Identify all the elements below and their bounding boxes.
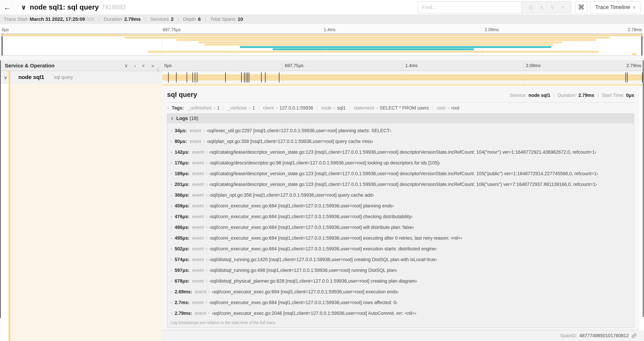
log-marker-tick [249, 72, 249, 83]
log-row[interactable]: ›366μs:event=‹sql/plan_opt.go:358 [nsql1… [168, 190, 634, 200]
column-resizer-handle[interactable]: ∥ [157, 67, 159, 73]
chevron-right-icon: › [170, 193, 172, 198]
span-name-cell[interactable]: ∨ node sql1 sql query [0, 71, 162, 84]
next-result-icon[interactable]: ∨ [550, 4, 554, 10]
log-row[interactable]: ›597μs:event=‹sql/distsql_running.go:498… [168, 265, 634, 276]
span-timeline-cell[interactable] [162, 71, 644, 84]
log-marker-tick [261, 72, 262, 83]
log-row[interactable]: ›678μs:event=‹sql/distsql_physical_plann… [168, 276, 634, 286]
logs-footer-note: Log timestamps are relative to the start… [168, 319, 634, 327]
log-row[interactable]: ›486μs:event=‹sql/conn_executor_exec.go:… [168, 222, 634, 233]
minimap-canvas[interactable] [2, 34, 642, 56]
spanid-label: SpanID: [560, 333, 577, 338]
log-row[interactable]: ›189μs:event=‹sql/catalog/lease/descript… [168, 168, 634, 179]
viewport-right-handle[interactable] [642, 34, 642, 56]
prev-result-icon[interactable]: ∧ [540, 4, 544, 10]
log-marker-tick [225, 72, 226, 83]
log-row[interactable]: ›2.7ms:event=‹sql/conn_executor_exec.go:… [168, 297, 634, 308]
copy-link-icon[interactable] [631, 333, 637, 338]
left-scroll-indicator [0, 60, 1, 318]
chevron-right-icon: › [170, 150, 172, 155]
chevron-right-icon: › [170, 300, 172, 305]
chevron-right-icon: › [170, 139, 172, 144]
tags-row[interactable]: › Tags: _unfinished=1_verbose=1client=12… [167, 103, 634, 112]
collapse-all-icon[interactable]: » [141, 64, 147, 67]
log-row[interactable]: ›80μs:event=‹sql/plan_opt.go:358 [nsql1,… [168, 136, 634, 147]
back-button[interactable]: ← [0, 0, 15, 14]
log-row[interactable]: ›34μs:event=‹sql/exec_util.go:2297 [nsql… [168, 125, 634, 136]
timeline-gridline [282, 61, 282, 71]
span-detail-meta: Service:node sql1|Duration:2.79ms|Start … [510, 93, 634, 98]
log-row[interactable]: ›2.69ms:event=‹sql/conn_executor_exec.go… [168, 286, 634, 297]
span-color-accent [9, 71, 10, 84]
chevron-right-icon: › [170, 214, 172, 219]
tags-label: Tags: [172, 105, 184, 111]
tags-list: _unfinished=1_verbose=1client=127.0.0.1:… [188, 105, 460, 111]
keyboard-shortcuts-button[interactable]: ⌘ [575, 1, 587, 13]
log-row[interactable]: ›142μs:event=‹sql/catalog/lease/descript… [168, 147, 634, 158]
page-title: node sql1: sql query [30, 3, 99, 11]
timeline-gridline [403, 61, 403, 71]
log-row[interactable]: ›2.79ms:event=‹sql/conn_executor_exec.go… [168, 308, 634, 319]
locate-icon[interactable]: ◎ [528, 4, 533, 10]
meta-item: Depth6 [183, 17, 201, 22]
log-marker-tick [244, 72, 244, 83]
timeline-tick-label: 1.4ms [406, 63, 418, 68]
logs-header[interactable]: ∨ Logs (18) [168, 114, 634, 123]
span-collapse-icon[interactable]: ∨ [4, 75, 7, 80]
logs-title: Logs [176, 116, 188, 121]
tag-item: statement=SELECT * FROM users [354, 105, 429, 111]
search-input[interactable] [418, 2, 521, 13]
log-marker-tick [241, 72, 242, 83]
viewport-left-handle[interactable] [2, 34, 2, 56]
span-duration-bar[interactable] [162, 74, 642, 81]
log-row[interactable]: ›176μs:event=‹sql/catalog/descs/descript… [168, 158, 634, 168]
collapse-one-icon[interactable]: ∨ [124, 63, 128, 69]
log-row[interactable]: ›459μs:event=‹sql/conn_executor_exec.go:… [168, 200, 634, 211]
chevron-right-icon: › [170, 257, 172, 262]
timeline-tick-label: 0μs [164, 63, 172, 68]
meta-separator: | [205, 17, 206, 22]
minimap-span-bar [205, 44, 553, 46]
log-marker-tick [246, 72, 246, 83]
log-row[interactable]: ›201μs:event=‹sql/catalog/lease/descript… [168, 179, 634, 190]
trace-collapse-icon[interactable]: ∨ [21, 4, 26, 11]
log-row[interactable]: ›476μs:event=‹sql/conn_executor_exec.go:… [168, 211, 634, 222]
meta-item: Services2 [150, 17, 174, 22]
logs-list: ›34μs:event=‹sql/exec_util.go:2297 [nsql… [168, 123, 634, 319]
service-operation-header: Service & Operation ∨›»» [0, 60, 162, 71]
span-detail-panel: sql query Service:node sql1|Duration:2.7… [162, 87, 639, 330]
chevron-right-icon: › [168, 105, 169, 111]
chevron-down-icon: ∨ [170, 116, 174, 121]
minimap-tick-label: 0μs [2, 27, 9, 32]
log-marker-tick [168, 72, 168, 83]
chevron-right-icon: › [170, 246, 172, 251]
chevron-right-icon: › [170, 160, 172, 165]
minimap-span-bar [125, 37, 610, 39]
meta-separator: | [145, 17, 146, 22]
spanid-value: 4877749850101760812 [580, 333, 629, 338]
log-marker-tick [195, 72, 195, 83]
minimap-span-bar [240, 46, 551, 48]
logs-block: ∨ Logs (18) ›34μs:event=‹sql/exec_util.g… [167, 114, 634, 328]
log-row[interactable]: ›495μs:event=‹sql/conn_executor_exec.go:… [168, 233, 634, 243]
meta-item: Duration2.79ms [104, 17, 141, 22]
expand-one-icon[interactable]: › [134, 63, 136, 69]
expand-all-icon[interactable]: » [151, 63, 154, 69]
detail-cream-fill [10, 84, 162, 341]
clear-search-icon[interactable]: × [561, 4, 564, 10]
chevron-right-icon: › [170, 311, 172, 316]
back-arrow-icon: ← [3, 3, 11, 12]
tag-separator [259, 106, 259, 111]
vertical-scrollbar[interactable] [642, 60, 644, 317]
tag-item: _unfinished=1 [188, 105, 220, 111]
meta-separator: | [98, 17, 100, 22]
log-marker-tick [186, 72, 187, 83]
log-row[interactable]: ›502μs:event=‹sql/conn_executor_exec.go:… [168, 243, 634, 254]
tag-item: client=127.0.0.1:59936 [263, 105, 313, 111]
detail-left-column [0, 84, 162, 341]
log-row[interactable]: ›574μs:event=‹sql/distsql_running.go:142… [168, 254, 634, 265]
chevron-right-icon: › [170, 171, 172, 176]
minimap-tick-label: 2.09ms [485, 27, 499, 32]
view-dropdown-button[interactable]: Trace Timeline ∨ [590, 1, 640, 13]
